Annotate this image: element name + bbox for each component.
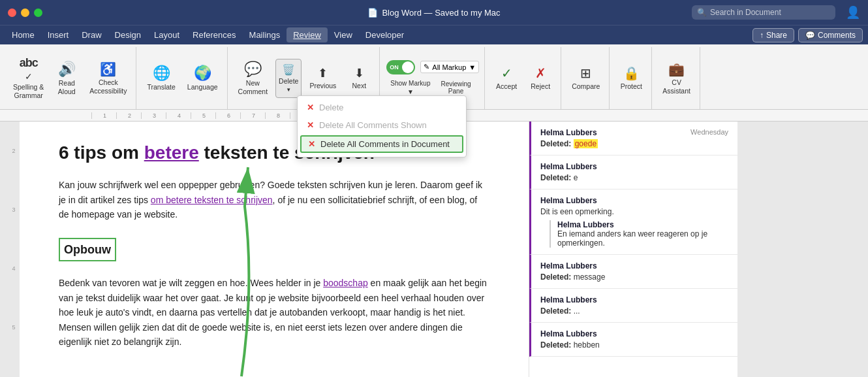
ruler-tick: 1 (91, 112, 116, 119)
paragraph-1: Kan jouw schrijfwerk wel een oppepper ge… (59, 178, 489, 221)
menu-draw[interactable]: Draw (75, 27, 108, 42)
comment-6-author: Helma Lubbers (540, 329, 597, 338)
translate-button[interactable]: 🌐 Translate (143, 62, 179, 94)
protect-label: Protect (621, 82, 642, 91)
read-aloud-button[interactable]: 🔊 ReadAloud (52, 58, 82, 98)
comment-3-text: Dit is een opmerking. (540, 207, 728, 216)
new-comment-icon: 💬 (244, 61, 262, 78)
cv-assistant-button[interactable]: 💼 CVAssistant (659, 59, 694, 97)
spelling-grammar-button[interactable]: abc ✓ Spelling &Grammar (9, 54, 48, 102)
share-button[interactable]: ↑ Share (752, 28, 794, 42)
delete-all-shown-item: ✕ Delete All Comments Shown (298, 116, 466, 134)
delete-x-icon: ✕ (307, 103, 314, 112)
previous-button[interactable]: ⬆ Previous (305, 63, 340, 93)
comment-2-author: Helma Lubbers (540, 162, 597, 171)
ruler-tick: 5 (191, 112, 215, 119)
compare-button[interactable]: ⊞ Compare (568, 63, 604, 93)
delete-all-shown-label: Delete All Comments Shown (319, 120, 427, 130)
toggle-circle (402, 61, 414, 73)
reject-label: Reject (531, 82, 550, 91)
title-betere-word: betere (144, 142, 199, 163)
accept-button[interactable]: ✓ Accept (491, 63, 521, 93)
comment-3: Helma Lubbers Dit is een opmerking. Helm… (529, 189, 737, 255)
markup-label: All Markup (432, 63, 466, 71)
reviewing-pane-button[interactable]: ReviewingPane (437, 78, 474, 97)
search-box[interactable]: 🔍 Search in Document (692, 5, 835, 20)
maximize-button[interactable] (34, 8, 42, 17)
body-link-2[interactable]: boodschap (323, 278, 368, 288)
delete-button[interactable]: 🗑️ Delete ▼ (275, 59, 302, 98)
window-controls[interactable] (8, 8, 42, 17)
menu-layout[interactable]: Layout (147, 27, 186, 42)
document-body: Kan jouw schrijfwerk wel een oppepper ge… (59, 178, 489, 349)
menu-developer[interactable]: Developer (359, 27, 411, 42)
language-label: Language (187, 83, 218, 91)
markup-icon: ✎ (424, 63, 429, 71)
protect-button[interactable]: 🔒 Protect (616, 63, 646, 93)
accept-label: Accept (496, 82, 517, 91)
menubar: Home Insert Draw Design Layout Reference… (0, 25, 868, 44)
delete-item-label: Delete (319, 103, 344, 112)
ribbon-group-language: 🌐 Translate 🌍 Language (138, 47, 227, 109)
delete-icon: 🗑️ (282, 63, 295, 76)
markup-chevron: ▼ (469, 63, 476, 71)
menu-mailings[interactable]: Mailings (243, 27, 287, 42)
ruler-tick: 7 (240, 112, 265, 119)
comment-5-header: Helma Lubbers (540, 295, 728, 304)
body-link-1[interactable]: om betere teksten te schrijven (151, 195, 273, 205)
menu-home[interactable]: Home (5, 27, 41, 42)
search-icon: 🔍 (697, 8, 707, 17)
minimize-button[interactable] (21, 8, 29, 17)
menu-review[interactable]: Review (287, 27, 328, 42)
close-button[interactable] (8, 8, 16, 17)
document[interactable]: 6 tips om betere teksten te schrijven Ka… (20, 122, 529, 377)
comment-3-nested: Helma Lubbers En iemand anders kan weer … (550, 220, 728, 248)
translate-icon: 🌐 (153, 65, 170, 82)
comment-5-text: Deleted: ... (540, 306, 728, 316)
comments-button[interactable]: 💬 Comments (798, 28, 863, 42)
menu-view[interactable]: View (328, 27, 359, 42)
ribbon-group-compare: ⊞ Compare (563, 47, 610, 109)
speaker-icon: 🔊 (58, 61, 76, 78)
delete-shown-x-icon: ✕ (307, 120, 314, 130)
cv-label: CVAssistant (662, 78, 690, 95)
menu-insert[interactable]: Insert (41, 27, 76, 42)
check-accessibility-button[interactable]: ♿ CheckAccessibility (85, 59, 131, 97)
new-comment-button[interactable]: 💬 NewComment (234, 58, 272, 98)
search-input[interactable]: Search in Document (710, 8, 781, 17)
show-markup-label: Show Markup (390, 80, 430, 87)
ruler-tick: 4 (166, 112, 191, 119)
delete-all-doc-item[interactable]: ✕ Delete All Comments in Document (300, 135, 463, 153)
comment-1-header: Helma Lubbers Wednesday (540, 128, 728, 137)
reject-button[interactable]: ✗ Reject (525, 63, 555, 93)
ribbon: abc ✓ Spelling &Grammar 🔊 ReadAloud ♿ Ch… (0, 44, 868, 110)
main-area: 2 3 4 5 6 tips om betere teksten te schr… (0, 122, 868, 377)
next-button[interactable]: ⬇ Next (344, 63, 374, 93)
comment-1-author: Helma Lubbers (540, 128, 597, 137)
comment-5: Helma Lubbers Deleted: ... (529, 289, 737, 323)
previous-label: Previous (309, 82, 336, 90)
language-button[interactable]: 🌍 Language (183, 62, 222, 94)
comment-4-text: Deleted: message (540, 272, 728, 282)
deleted-word-4: message (574, 272, 606, 282)
delete-label: Delete (279, 77, 298, 86)
comment-1-date: Wednesday (690, 128, 728, 137)
user-avatar[interactable]: 👤 (846, 5, 860, 20)
left-margin (0, 122, 8, 377)
show-markup-button[interactable]: Show Markup ▼ (386, 78, 434, 97)
spelling-label: Spelling &Grammar (13, 83, 44, 99)
markup-select[interactable]: ✎ All Markup ▼ (420, 61, 479, 73)
reject-icon: ✗ (535, 65, 546, 81)
show-markup-chevron: ▼ (407, 88, 414, 95)
menu-design[interactable]: Design (108, 27, 147, 42)
menu-references[interactable]: References (186, 27, 242, 42)
reviewing-pane-label: ReviewingPane (441, 80, 471, 95)
accessibility-label: CheckAccessibility (89, 78, 127, 95)
track-changes-toggle[interactable]: ON (386, 60, 415, 74)
ribbon-group-proofing: abc ✓ Spelling &Grammar 🔊 ReadAloud ♿ Ch… (4, 47, 136, 109)
share-icon: ↑ (760, 31, 764, 40)
ruler-tick: 6 (215, 112, 240, 119)
comment-5-author: Helma Lubbers (540, 295, 597, 304)
subheading-opbouw: Opbouw (59, 238, 116, 262)
comment-3-header: Helma Lubbers (540, 196, 728, 205)
